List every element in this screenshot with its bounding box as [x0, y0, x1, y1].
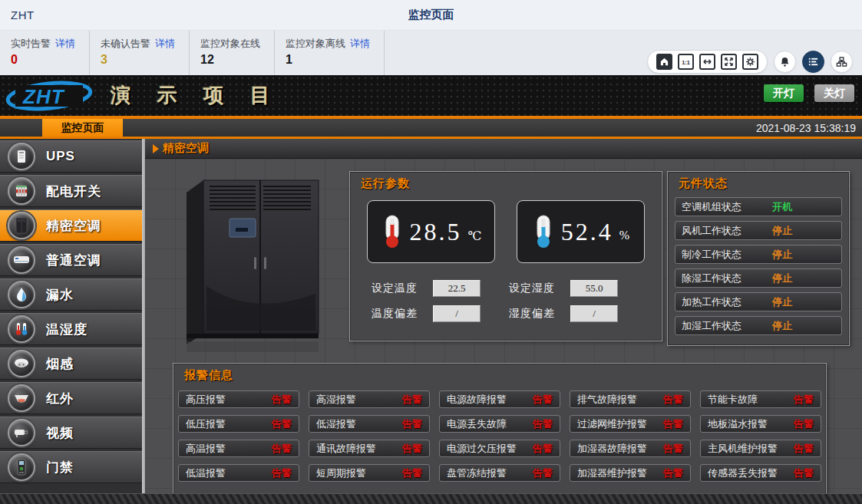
alarm-status: 告警: [402, 466, 422, 480]
status-row-heating: 加热工作状态 停止: [675, 292, 842, 311]
field-label: 设定温度: [372, 282, 427, 295]
alarm-status: 告警: [533, 442, 553, 456]
topology-button[interactable]: [831, 51, 853, 73]
alarm-label: 节能卡故障: [708, 393, 758, 407]
infrared-sensor-icon: [8, 384, 35, 412]
zoom-one-to-one-button[interactable]: 1:1: [678, 54, 694, 70]
alarm-status: 告警: [402, 442, 422, 456]
sidebar-item-label: 漏水: [46, 286, 74, 304]
settings-button[interactable]: [742, 54, 758, 70]
temperature-unit: ℃: [468, 229, 482, 243]
alarm-item: 电源故障报警告警: [439, 390, 560, 408]
page-title: 监控页面: [408, 8, 454, 22]
list-icon: [808, 56, 819, 68]
alarm-status: 告警: [272, 442, 292, 456]
access-control-icon: [8, 453, 35, 481]
alarm-item: 电源丢失故障告警: [439, 415, 560, 433]
sidebar-item-power-switch[interactable]: 配电开关: [0, 175, 142, 207]
logo-bar: ZHT 演 示 项 目 开灯 关灯: [0, 75, 862, 116]
set-humidity-value[interactable]: 55.0: [570, 280, 618, 297]
fullscreen-button[interactable]: [721, 54, 737, 70]
water-drop-icon: [8, 281, 35, 308]
status-row-cooling: 制冷工作状态 停止: [675, 245, 842, 264]
status-row-dehumidify: 除湿工作状态 停止: [675, 268, 842, 288]
sidebar-item-normal-ac[interactable]: 普通空调: [0, 244, 142, 276]
content-header-title: 精密空调: [163, 141, 209, 156]
status-row-unit: 空调机组状态 开机: [675, 197, 842, 216]
camera-icon: [8, 419, 35, 446]
light-on-button[interactable]: 开灯: [764, 84, 804, 102]
alarm-item: 高压报警告警: [178, 390, 299, 408]
alarm-item: 低温报警告警: [178, 464, 299, 482]
stat-realtime-alarms: 实时告警详情 0: [0, 31, 90, 75]
temperature-reading: 28.5 ℃: [367, 200, 495, 263]
humidity-deviation-field: 湿度偏差 /: [509, 304, 646, 323]
field-label: 温度偏差: [372, 307, 427, 321]
set-temperature-value[interactable]: 22.5: [433, 280, 481, 297]
sidebar-item-label: UPS: [46, 149, 75, 164]
stat-label: 监控对象在线: [200, 38, 260, 49]
sidebar-item-water-leak[interactable]: 漏水: [0, 278, 142, 311]
alarm-item: 盘管冻结报警告警: [439, 464, 560, 482]
status-value: 停止: [772, 319, 792, 333]
stat-objects-offline: 监控对象离线详情 1: [275, 31, 385, 75]
alarm-label: 高温报警: [186, 442, 226, 456]
alarm-item: 低压报警告警: [178, 415, 299, 433]
alarm-status: 告警: [402, 417, 422, 431]
alarm-status: 告警: [794, 442, 814, 456]
tab-monitor-page[interactable]: 监控页面: [42, 119, 123, 137]
alarm-item: 通讯故障报警告警: [309, 440, 430, 457]
sidebar-item-door-access[interactable]: 门禁: [0, 451, 142, 483]
fit-width-button[interactable]: [699, 54, 715, 70]
objects-offline-detail-link[interactable]: 详情: [350, 38, 370, 49]
alarm-status: 告警: [272, 393, 292, 407]
sidebar-item-temp-humidity[interactable]: 温湿度: [0, 313, 142, 345]
stat-value: 12: [200, 53, 260, 67]
fit-width-icon: [702, 57, 712, 67]
field-label: 湿度偏差: [509, 307, 564, 321]
tab-bar: 监控页面 2021-08-23 15:38:19: [0, 119, 862, 137]
temperature-deviation-value[interactable]: /: [433, 305, 481, 322]
alarm-status: 告警: [663, 442, 683, 456]
alarm-label: 低湿报警: [316, 417, 356, 431]
alarm-list-button[interactable]: [802, 51, 824, 73]
sitemap-icon: [836, 56, 847, 68]
content-body: 运行参数 28.5 ℃ 52.4 %: [145, 159, 862, 493]
alarm-item: 加湿器故障报警告警: [570, 440, 691, 457]
alarm-label: 地板溢水报警: [708, 417, 768, 431]
status-row-humidify: 加湿工作状态 停止: [675, 316, 842, 335]
sidebar-item-precision-ac[interactable]: 精密空调: [0, 209, 142, 242]
alarm-label: 盘管冻结报警: [447, 466, 507, 480]
light-off-button[interactable]: 关灯: [814, 84, 854, 102]
sidebar-item-infrared[interactable]: 红外: [0, 382, 142, 414]
sidebar-item-video[interactable]: 视频: [0, 417, 142, 449]
sidebar-item-ups[interactable]: UPS: [0, 140, 142, 173]
alarm-info-title: 报警信息: [173, 364, 826, 384]
alarm-grid: 高压报警告警 低压报警告警 高温报警告警 低温报警告警 高湿报警告警 低湿报警告…: [173, 384, 826, 482]
fullscreen-icon: [724, 57, 734, 67]
ups-icon: [8, 143, 35, 170]
sidebar-item-label: 红外: [46, 390, 74, 407]
stat-label: 监控对象离线: [286, 38, 345, 49]
precision-ac-icon: [8, 212, 35, 239]
toolbar-icons: 1:1: [647, 48, 853, 74]
humidity-deviation-value[interactable]: /: [570, 305, 618, 322]
realtime-alarms-detail-link[interactable]: 详情: [55, 38, 75, 49]
unconfirmed-alarms-detail-link[interactable]: 详情: [155, 38, 175, 49]
sidebar-item-label: 精密空调: [46, 217, 101, 235]
alarm-status: 告警: [663, 393, 683, 407]
alarm-item: 排气故障报警告警: [570, 390, 691, 408]
alarm-label: 电源丢失故障: [447, 417, 507, 431]
light-buttons: 开灯 关灯: [764, 84, 854, 102]
alarm-status: 告警: [402, 393, 422, 407]
sidebar-item-smoke[interactable]: 烟感: [0, 348, 142, 380]
one-to-one-icon: 1:1: [681, 57, 691, 67]
circuit-breaker-icon: [8, 177, 35, 205]
status-label: 空调机组状态: [682, 200, 772, 214]
notifications-button[interactable]: [774, 51, 796, 73]
alarm-status: 告警: [533, 466, 553, 480]
alarm-label: 过滤网维护报警: [577, 417, 647, 431]
home-button[interactable]: [656, 54, 672, 70]
humidity-unit: %: [619, 229, 629, 242]
stat-label: 未确认告警: [101, 38, 150, 49]
